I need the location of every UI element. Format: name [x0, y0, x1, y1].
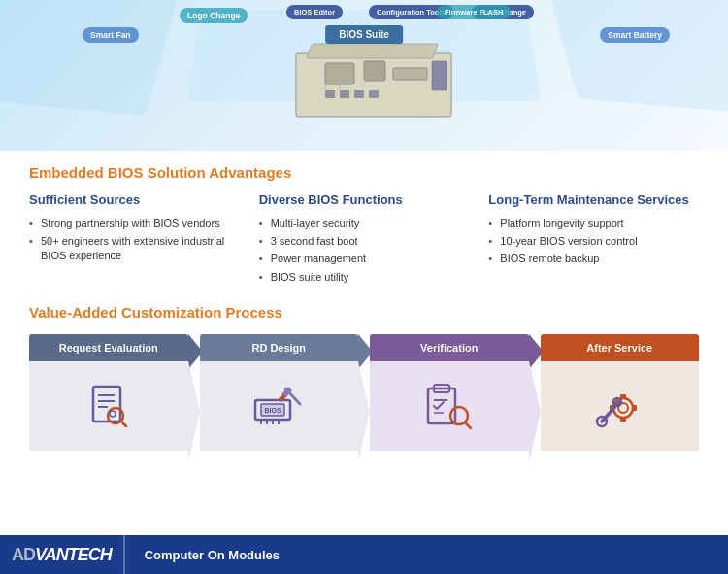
column-sufficient-sources: Sufficient Sources Strong partnership wi… [29, 192, 240, 287]
svg-text:BIOS: BIOS [265, 407, 281, 414]
svg-rect-8 [369, 90, 379, 98]
step1-label: Request Evaluation [59, 342, 158, 354]
step4-icon [592, 381, 646, 431]
svg-rect-38 [620, 417, 626, 422]
step-rd-design: RD Design BIOS [200, 334, 359, 451]
svg-rect-2 [325, 63, 354, 84]
step-verification: Verification [370, 334, 529, 451]
col3-title: Long-Term Maintenance Services [488, 192, 699, 207]
step4-label: After Service [586, 342, 652, 354]
process-steps-container: Request Evaluation RD Desi [29, 334, 699, 451]
step2-body: BIOS [200, 361, 359, 451]
col2-bullet-3: Power management [259, 251, 470, 268]
col3-bullet-1: Platform longevity support [488, 215, 699, 232]
col3-bullets: Platform longevity support 10-year BIOS … [488, 215, 699, 268]
step2-header: RD Design [200, 334, 359, 361]
footer-subtitle: Computer On Modules [125, 548, 299, 562]
col3-bullet-3: BIOS remote backup [488, 251, 699, 268]
col2-bullet-4: BIOS suite utility [259, 268, 470, 286]
svg-rect-9 [432, 61, 447, 90]
svg-point-35 [613, 398, 633, 418]
svg-line-17 [121, 422, 126, 426]
col1-bullets: Strong partnership with BIOS vendors 50+… [29, 215, 240, 265]
col1-bullet-1: Strong partnership with BIOS vendors [29, 215, 240, 232]
process-section-title: Value-Added Customization Process [29, 304, 699, 321]
footer: ADVANTECH Computer On Modules [0, 535, 728, 574]
embedded-section-title: Embedded BIOS Solution Advantages [29, 164, 699, 181]
svg-rect-3 [364, 61, 385, 81]
svg-rect-1 [307, 44, 438, 58]
firmware-flash-label: Firmware FLASH [437, 5, 511, 19]
footer-logo-box: ADVANTECH [0, 535, 124, 574]
step4-body [541, 361, 700, 451]
motherboard-illustration [277, 34, 471, 121]
step3-header: Verification [370, 334, 529, 361]
col1-title: Sufficient Sources [29, 192, 240, 207]
svg-line-34 [465, 422, 471, 428]
step2-icon: BIOS [251, 381, 306, 431]
column-longterm-maintenance: Long-Term Maintenance Services Platform … [488, 192, 699, 287]
step-after-service: After Service [541, 334, 700, 451]
col2-title: Diverse BIOS Functions [259, 192, 470, 207]
step3-label: Verification [420, 342, 478, 354]
step-request-evaluation: Request Evaluation [29, 334, 188, 451]
step3-icon [422, 381, 477, 431]
footer-logo: ADVANTECH [12, 545, 112, 565]
svg-rect-4 [393, 68, 427, 80]
footer-logo-vtech: VANTECH [35, 545, 112, 564]
main-content: Embedded BIOS Solution Advantages Suffic… [0, 151, 728, 460]
step2-label: RD Design [251, 342, 306, 354]
col2-bullets: Multi-layer security 3 second fast boot … [259, 215, 470, 287]
step3-body [370, 361, 529, 451]
smart-fan-label: Smart Fan [83, 27, 139, 43]
bios-editor-label: BIOS Editor [286, 5, 343, 19]
column-diverse-bios: Diverse BIOS Functions Multi-layer secur… [259, 192, 470, 287]
col2-bullet-1: Multi-layer security [259, 215, 470, 232]
step1-icon [83, 381, 134, 431]
svg-rect-5 [325, 90, 335, 98]
col1-bullet-2: 50+ engineers with extensive industrial … [29, 232, 240, 265]
svg-rect-6 [340, 90, 349, 98]
footer-logo-ad: AD [12, 545, 35, 564]
step4-header: After Service [541, 334, 700, 361]
svg-point-18 [110, 411, 116, 417]
col2-bullet-2: 3 second fast boot [259, 232, 470, 250]
logo-change-left-label: Logo Change [180, 8, 248, 23]
diagram-area: Smart Fan Logo Change BIOS Editor Config… [0, 0, 728, 151]
svg-rect-7 [354, 90, 364, 98]
svg-rect-37 [620, 394, 626, 399]
svg-rect-40 [632, 405, 637, 411]
step1-header: Request Evaluation [29, 334, 188, 361]
col3-bullet-2: 10-year BIOS version control [488, 232, 699, 250]
smart-battery-label: Smart Battery [600, 27, 670, 43]
step1-body [29, 361, 188, 451]
bios-suite-label: BIOS Suite [325, 25, 403, 44]
advantages-columns: Sufficient Sources Strong partnership wi… [29, 192, 699, 287]
